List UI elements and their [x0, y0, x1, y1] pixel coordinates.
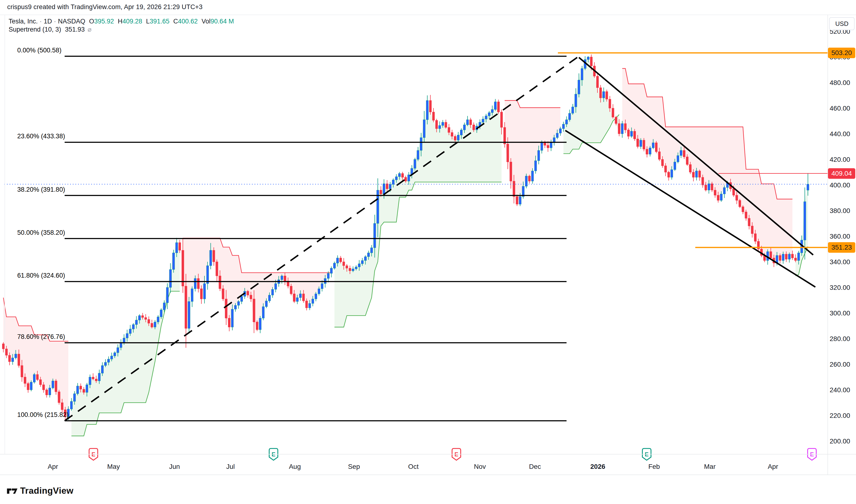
legend-separator: ·: [38, 18, 44, 25]
x-axis-tick: Nov: [474, 463, 486, 470]
legend-separator: ·: [52, 18, 58, 25]
price-axis-badge: 351.23: [828, 242, 855, 253]
x-axis-tick: Jun: [169, 463, 180, 470]
price-axis-badge: 503.20: [828, 48, 855, 58]
close-value: 400.62: [178, 18, 198, 25]
close-label: C: [169, 18, 178, 25]
fib-level-label: 50.00% (358.20): [17, 229, 65, 236]
x-axis-border: [0, 454, 856, 454]
fib-level-label: 78.60% (276.76): [17, 333, 65, 341]
x-axis-tick: Sep: [348, 463, 360, 470]
symbol-exchange: NASDAQ: [58, 18, 85, 25]
y-axis-tick: 480.00: [829, 79, 850, 87]
y-axis-tick: 220.00: [829, 412, 850, 419]
indicator-value: 351.93: [61, 26, 85, 33]
x-axis-tick: 2026: [590, 463, 605, 470]
y-axis-tick: 400.00: [829, 181, 850, 189]
symbol-timeframe[interactable]: 1D: [44, 18, 52, 25]
symbol-title[interactable]: Tesla, Inc.: [8, 18, 38, 25]
indicator-name[interactable]: Supertrend (10, 3): [8, 26, 61, 33]
indicator-empty-icon: ⌀: [85, 26, 91, 33]
x-axis-tick: Dec: [529, 463, 541, 470]
y-axis-tick: 300.00: [829, 309, 850, 317]
high-label: H: [114, 18, 123, 25]
tradingview-watermark[interactable]: TradingView: [7, 485, 73, 496]
y-axis-tick: 340.00: [829, 258, 850, 266]
fib-level-label: 61.80% (324.60): [17, 272, 65, 279]
symbol-legend-row[interactable]: Tesla, Inc.·1D·NASDAQO395.92H409.28L391.…: [8, 17, 234, 25]
tradingview-logo-text: TradingView: [20, 486, 73, 496]
y-axis-tick: 320.00: [829, 284, 850, 291]
y-axis-tick: 460.00: [829, 105, 850, 112]
x-axis-tick: Oct: [408, 463, 419, 470]
indicator-legend-row[interactable]: Supertrend (10, 3)351.93⌀: [8, 25, 234, 34]
x-axis-tick: Aug: [289, 463, 301, 470]
y-axis-tick: 280.00: [829, 335, 850, 343]
volume-label: Vol: [198, 18, 211, 25]
x-axis-tick: Apr: [768, 463, 778, 470]
x-axis-tick: Mar: [704, 463, 716, 470]
fib-level-label: 38.20% (391.80): [17, 186, 65, 193]
y-axis-tick: 200.00: [829, 437, 850, 445]
open-value: 395.92: [94, 18, 114, 25]
tradingview-logo-icon: [7, 485, 18, 496]
low-value: 391.65: [150, 18, 170, 25]
y-axis-tick: 240.00: [829, 386, 850, 394]
x-axis-tick: Feb: [648, 463, 660, 470]
open-label: O: [85, 18, 94, 25]
high-value: 409.28: [122, 18, 142, 25]
price-chart-canvas[interactable]: E E E E E: [0, 0, 856, 504]
x-axis-tick: Jul: [226, 463, 235, 470]
header-credit: crispus9 created with TradingView.com, A…: [7, 3, 203, 11]
y-axis-tick: 440.00: [829, 130, 850, 138]
tradingview-chart-page: E E E E E crispus9 created with TradingV…: [0, 0, 856, 504]
fib-level-label: 23.60% (433.38): [17, 132, 65, 140]
footer-border: [0, 474, 856, 475]
volume-value: 90.64 M: [211, 18, 234, 25]
fib-level-label: 0.00% (500.58): [17, 47, 62, 54]
chart-legend: Tesla, Inc.·1D·NASDAQO395.92H409.28L391.…: [8, 17, 234, 34]
y-axis-tick: 380.00: [829, 207, 850, 215]
y-axis-tick: 260.00: [829, 361, 850, 368]
currency-toggle[interactable]: USD: [829, 17, 855, 30]
low-label: L: [142, 18, 150, 25]
price-axis-badge: 409.04: [828, 168, 855, 179]
x-axis-tick: May: [107, 463, 120, 470]
y-axis-tick: 420.00: [829, 156, 850, 163]
y-axis-tick: 360.00: [829, 233, 850, 240]
x-axis-tick: Apr: [48, 463, 58, 470]
fib-level-label: 100.00% (215.82): [17, 411, 69, 418]
